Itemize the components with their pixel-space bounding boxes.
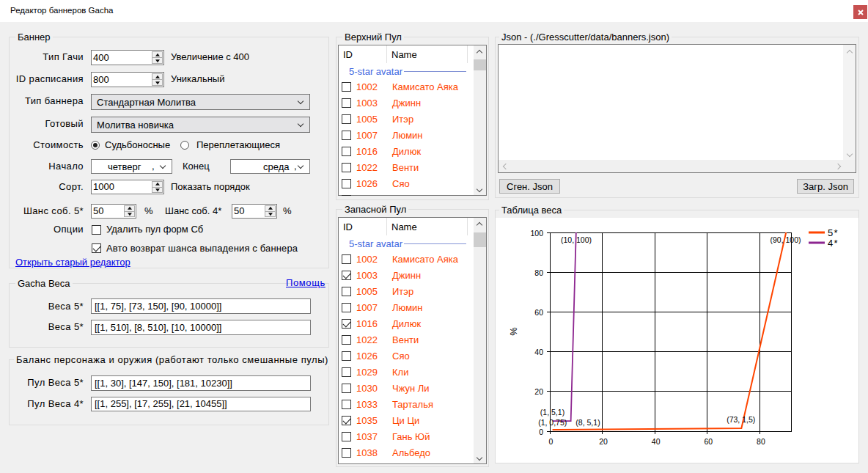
svg-text:0: 0 bbox=[549, 437, 553, 446]
svg-text:0: 0 bbox=[539, 428, 543, 436]
svg-text:100: 100 bbox=[530, 229, 543, 238]
svg-text:(10, 100): (10, 100) bbox=[561, 235, 592, 244]
svg-text:80: 80 bbox=[757, 437, 765, 446]
svg-text:60: 60 bbox=[534, 308, 543, 317]
svg-text:80: 80 bbox=[534, 268, 543, 277]
svg-text:(8, 5,1): (8, 5,1) bbox=[575, 418, 600, 427]
svg-text:(1, 5,1): (1, 5,1) bbox=[540, 408, 564, 417]
svg-text:20: 20 bbox=[599, 437, 608, 446]
svg-text:5*: 5* bbox=[828, 227, 839, 238]
svg-text:%: % bbox=[508, 327, 519, 336]
svg-text:(90, 100): (90, 100) bbox=[770, 235, 801, 244]
svg-text:40: 40 bbox=[534, 348, 543, 356]
svg-text:(1, 0,75): (1, 0,75) bbox=[538, 418, 567, 427]
svg-text:4*: 4* bbox=[828, 238, 839, 249]
svg-text:(73, 1,5): (73, 1,5) bbox=[727, 415, 755, 424]
svg-text:40: 40 bbox=[652, 437, 661, 446]
svg-text:20: 20 bbox=[534, 387, 543, 396]
svg-text:60: 60 bbox=[704, 437, 713, 446]
